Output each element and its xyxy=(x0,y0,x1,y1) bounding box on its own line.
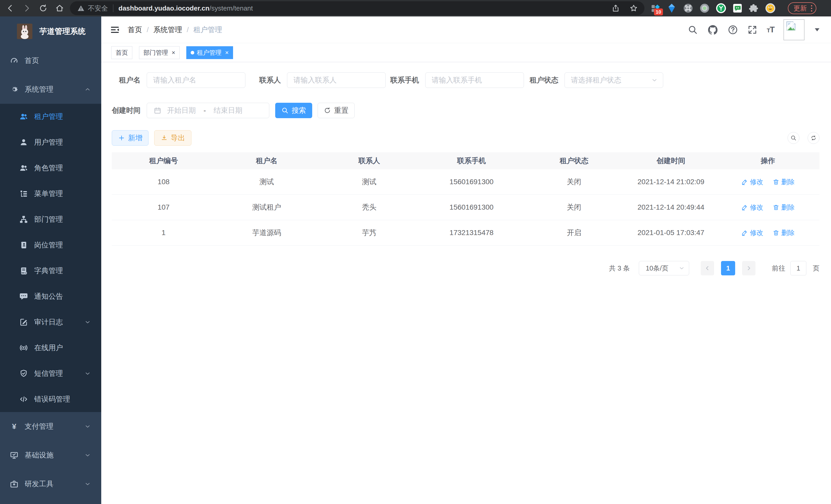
sidebar-item-post[interactable]: 岗位管理 xyxy=(0,232,101,258)
profile-avatar-icon[interactable] xyxy=(765,3,775,13)
sidebar-item-error-code[interactable]: 错误码管理 xyxy=(0,386,101,412)
tenant-name-input[interactable] xyxy=(147,72,246,88)
table-row: 1 芋道源码 芋艿 17321315478 开启 2021-01-05 17:0… xyxy=(112,220,820,245)
font-size-icon[interactable]: TT xyxy=(767,25,774,34)
breadcrumb-home[interactable]: 首页 xyxy=(128,25,142,35)
header-search-icon[interactable] xyxy=(688,25,698,35)
monitor-icon xyxy=(10,451,19,459)
sidebar-item-label: 用户管理 xyxy=(34,138,63,147)
cell-mobile: 17321315478 xyxy=(420,229,523,237)
delete-link[interactable]: 删除 xyxy=(773,203,795,212)
page-size-select[interactable]: 10条/页 xyxy=(639,261,689,275)
edit-link[interactable]: 修改 xyxy=(741,228,764,237)
extension-command-icon[interactable] xyxy=(683,3,693,13)
sidebar-item-role[interactable]: 角色管理 xyxy=(0,155,101,181)
contact-input[interactable] xyxy=(287,72,386,88)
refresh-table-button[interactable] xyxy=(808,132,820,144)
reload-icon[interactable] xyxy=(37,3,49,14)
calendar-icon xyxy=(154,107,161,114)
forward-icon[interactable] xyxy=(21,3,32,14)
extension-ring-icon[interactable] xyxy=(699,3,710,13)
avatar-caret-down-icon[interactable] xyxy=(815,28,820,31)
share-icon[interactable] xyxy=(611,4,620,12)
help-icon[interactable] xyxy=(728,25,738,35)
chevron-down-icon xyxy=(84,423,91,430)
browser-update-button[interactable]: 更新 xyxy=(788,2,816,14)
sidebar-item-audit-log[interactable]: 审计日志 xyxy=(0,309,101,335)
date-range-picker[interactable]: 开始日期 - 结束日期 xyxy=(147,103,269,118)
sidebar-item-notice[interactable]: 通知公告 xyxy=(0,284,101,309)
prev-page-button[interactable] xyxy=(701,261,714,275)
sidebar-item-sms[interactable]: 短信管理 xyxy=(0,361,101,386)
cell-name: 测试 xyxy=(215,177,318,187)
sidebar-item-pay[interactable]: ¥ 支付管理 xyxy=(0,412,101,441)
breadcrumb-separator: / xyxy=(187,26,189,34)
sidebar-item-label: 审计日志 xyxy=(34,317,63,327)
app-logo-row[interactable]: 芋道管理系统 xyxy=(0,17,101,46)
sidebar-item-infra[interactable]: 基础设施 xyxy=(0,441,101,470)
home-icon[interactable] xyxy=(54,3,65,14)
extension-y-icon[interactable] xyxy=(716,3,726,13)
sidebar-item-home[interactable]: 首页 xyxy=(0,46,101,75)
yen-icon: ¥ xyxy=(10,422,19,431)
github-icon[interactable] xyxy=(707,24,718,35)
mobile-input[interactable] xyxy=(425,72,524,88)
sidebar-item-user[interactable]: 用户管理 xyxy=(0,129,101,155)
app: 芋道管理系统 首页 系统管理 租户管理 用户管理 xyxy=(0,17,831,504)
sidebar-item-system[interactable]: 系统管理 xyxy=(0,75,101,104)
sidebar-item-devtools[interactable]: 研发工具 xyxy=(0,470,101,498)
extension-chat-icon[interactable] xyxy=(732,3,743,13)
fullscreen-icon[interactable] xyxy=(747,25,757,35)
table-toolbar: 新增 导出 xyxy=(112,130,820,146)
extension-badge: 10 xyxy=(654,8,663,16)
tab-tenant[interactable]: 租户管理 × xyxy=(186,46,233,59)
delete-link[interactable]: 删除 xyxy=(773,228,795,237)
export-button[interactable]: 导出 xyxy=(154,130,192,146)
sidebar-item-dept[interactable]: 部门管理 xyxy=(0,207,101,232)
cell-status: 开启 xyxy=(523,228,625,238)
tab-home[interactable]: 首页 xyxy=(111,46,132,59)
status-select[interactable]: 请选择租户状态 xyxy=(565,72,663,88)
sidebar-item-label: 错误码管理 xyxy=(34,394,70,404)
export-button-label: 导出 xyxy=(171,133,185,143)
download-icon xyxy=(161,135,168,142)
breadcrumb-system[interactable]: 系统管理 xyxy=(153,25,182,35)
url-bar[interactable]: 不安全 dashboard.yudao.iocoder.cn/system/te… xyxy=(70,1,644,15)
edit-link[interactable]: 修改 xyxy=(741,203,764,212)
extension-tiles-icon[interactable]: 10 xyxy=(650,3,660,13)
bookmark-star-icon[interactable] xyxy=(630,4,638,12)
gear-icon xyxy=(10,85,19,94)
goto-page-input[interactable] xyxy=(791,261,806,275)
col-header-created: 创建时间 xyxy=(625,156,716,166)
post-badge-icon xyxy=(19,241,28,249)
extension-kite-icon[interactable] xyxy=(666,3,677,13)
add-button[interactable]: 新增 xyxy=(112,130,148,146)
sidebar-item-online-user[interactable]: 在线用户 xyxy=(0,335,101,361)
col-header-mobile: 联系手机 xyxy=(420,156,523,166)
browser-menu-kebab-icon[interactable] xyxy=(811,5,812,11)
back-icon[interactable] xyxy=(5,3,16,14)
delete-label: 删除 xyxy=(781,178,795,186)
tab-close-icon[interactable]: × xyxy=(172,50,175,56)
navbar: 首页 / 系统管理 / 租户管理 TT xyxy=(101,17,831,43)
tab-dept[interactable]: 部门管理 × xyxy=(139,46,180,59)
edit-link[interactable]: 修改 xyxy=(741,178,764,186)
delete-link[interactable]: 删除 xyxy=(773,178,795,186)
sidebar-item-tenant[interactable]: 租户管理 xyxy=(0,104,101,129)
online-user-icon xyxy=(19,344,28,352)
sidebar-item-menu[interactable]: 菜单管理 xyxy=(0,181,101,207)
breadcrumb-current: 租户管理 xyxy=(194,25,222,35)
page-number-current[interactable]: 1 xyxy=(721,261,735,275)
search-button[interactable]: 搜索 xyxy=(275,103,312,118)
next-page-button[interactable] xyxy=(742,261,755,275)
toggle-search-button[interactable] xyxy=(787,132,799,144)
cell-name: 测试租户 xyxy=(215,202,318,212)
reset-button[interactable]: 重置 xyxy=(318,103,354,118)
user-avatar[interactable] xyxy=(783,19,805,40)
cell-id: 1 xyxy=(112,229,215,237)
search-icon xyxy=(281,107,289,114)
tab-close-icon[interactable]: × xyxy=(225,50,229,56)
puzzle-extensions-icon[interactable] xyxy=(749,3,759,13)
hamburger-icon[interactable] xyxy=(110,25,119,34)
sidebar-item-dict[interactable]: 字典管理 xyxy=(0,258,101,284)
